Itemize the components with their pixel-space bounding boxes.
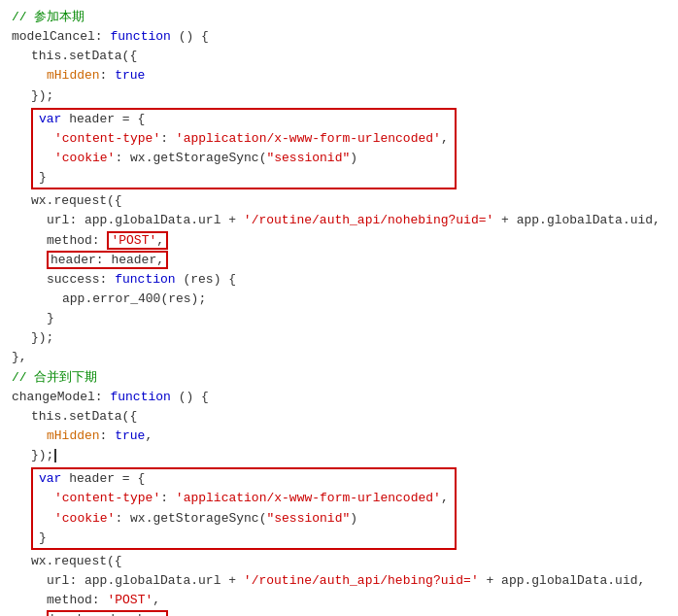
code-line-9: } (39, 168, 449, 188)
code-line-2: modelCancel: function () { (12, 27, 666, 47)
code-line-3: this.setData({ (12, 47, 666, 66)
code-line-15: app.error_400(res); (12, 290, 666, 309)
code-line-16: } (12, 309, 666, 328)
code-line-7: 'content-type': 'application/x-www-form-… (39, 129, 449, 149)
code-line-4: mHidden: true (12, 66, 666, 86)
code-line-22: mHidden: true, (12, 427, 666, 446)
code-line-6: var header = { (39, 110, 449, 129)
code-line-26: 'cookie': wx.getStorageSync("sessionid") (39, 509, 449, 529)
code-line-28: wx.request({ (12, 552, 666, 571)
code-line-27: } (39, 529, 449, 548)
comment-line-2: // 合并到下期 (12, 368, 666, 388)
red-box-header-2: var header = { 'content-type': 'applicat… (31, 467, 457, 550)
code-line-29: url: app.globalData.url + '/routine/auth… (12, 571, 666, 591)
code-line-24: var header = { (39, 469, 449, 489)
code-line-25: 'content-type': 'application/x-www-form-… (39, 489, 449, 508)
red-box-header-1: var header = { 'content-type': 'applicat… (31, 108, 457, 190)
code-line-13: header: header, (12, 251, 666, 270)
code-content: // 参加本期 modelCancel: function () { this.… (12, 8, 666, 616)
comment-line-1: // 参加本期 (12, 8, 666, 27)
code-line-5: }); (12, 86, 666, 106)
code-line-12: method: 'POST', (12, 231, 666, 251)
code-line-23: }); (12, 446, 666, 465)
code-line-30: method: 'POST', (12, 591, 666, 610)
code-line-14: success: function (res) { (12, 270, 666, 290)
code-line-31: header: header, (12, 610, 666, 616)
code-line-21: this.setData({ (12, 407, 666, 427)
code-line-20: changeModel: function () { (12, 388, 666, 407)
code-line-11: url: app.globalData.url + '/routine/auth… (12, 211, 666, 230)
code-viewer: // 参加本期 modelCancel: function () { this.… (12, 8, 666, 616)
code-line-10: wx.request({ (12, 191, 666, 211)
code-line-17: }); (12, 328, 666, 348)
code-line-18: }, (12, 348, 666, 367)
code-line-8: 'cookie': wx.getStorageSync("sessionid") (39, 149, 449, 168)
